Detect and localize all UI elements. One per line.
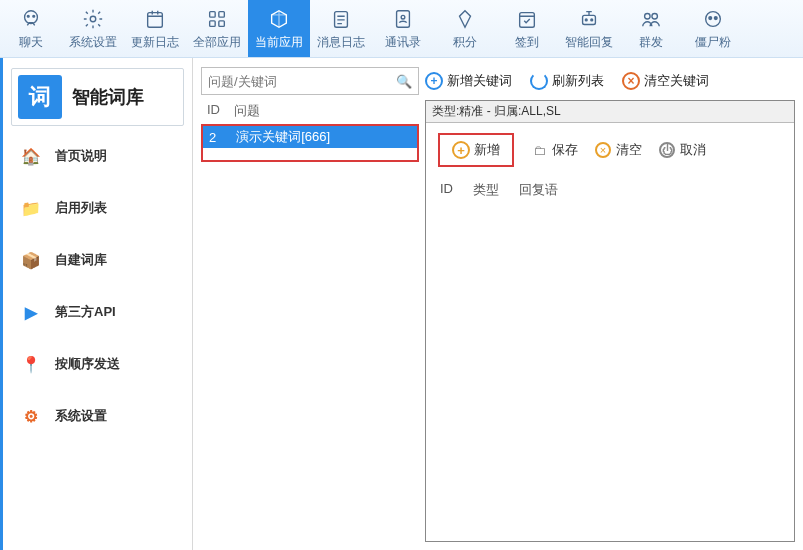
svg-rect-6 bbox=[219, 11, 225, 17]
clear-button[interactable]: ×清空 bbox=[594, 141, 642, 159]
clear-keyword-link[interactable]: ×清空关键词 bbox=[622, 72, 709, 90]
folder-icon: 🗀 bbox=[530, 141, 548, 159]
refresh-link[interactable]: 刷新列表 bbox=[530, 72, 604, 90]
svg-rect-13 bbox=[583, 15, 596, 24]
col-type: 类型 bbox=[473, 181, 499, 199]
main: 词 智能词库 🏠首页说明 📁启用列表 📦自建词库 ▶第三方API 📍按顺序发送 … bbox=[0, 58, 803, 550]
sidebar-item-label: 启用列表 bbox=[55, 199, 107, 217]
gear-icon bbox=[81, 7, 105, 31]
calendar-icon bbox=[143, 7, 167, 31]
svg-point-3 bbox=[90, 16, 96, 22]
svg-point-0 bbox=[25, 10, 38, 23]
grid-icon bbox=[205, 7, 229, 31]
cube-icon bbox=[267, 7, 291, 31]
nav-autoreply[interactable]: 智能回复 bbox=[558, 0, 620, 57]
nav-broadcast[interactable]: 群发 bbox=[620, 0, 682, 57]
svg-point-17 bbox=[652, 13, 658, 19]
svg-rect-12 bbox=[520, 12, 535, 27]
reply-list-header: ID 类型 回复语 bbox=[426, 177, 794, 203]
nav-chat[interactable]: 聊天 bbox=[0, 0, 62, 57]
users-icon bbox=[639, 7, 663, 31]
box-icon: 📦 bbox=[21, 250, 41, 270]
add-reply-button[interactable]: +新增 bbox=[438, 133, 514, 167]
plus-icon: + bbox=[425, 72, 443, 90]
search-input[interactable] bbox=[208, 74, 378, 89]
nav-msglog[interactable]: 消息日志 bbox=[310, 0, 372, 57]
sidebar-item-custom[interactable]: 📦自建词库 bbox=[11, 238, 184, 282]
plus-icon: + bbox=[452, 141, 470, 159]
pin-icon: 📍 bbox=[21, 354, 41, 374]
sidebar-item-api[interactable]: ▶第三方API bbox=[11, 290, 184, 334]
add-keyword-link[interactable]: +新增关键词 bbox=[425, 72, 512, 90]
top-nav: 聊天 系统设置 更新日志 全部应用 当前应用 消息日志 通讯录 积分 签到 智能… bbox=[0, 0, 803, 58]
nav-points[interactable]: 积分 bbox=[434, 0, 496, 57]
gear-icon: ⚙ bbox=[21, 406, 41, 426]
reply-column: +新增关键词 刷新列表 ×清空关键词 类型:精准 - 归属:ALL,SL +新增… bbox=[425, 66, 795, 542]
svg-point-20 bbox=[714, 16, 717, 19]
search-icon[interactable]: 🔍 bbox=[396, 74, 412, 89]
nav-current-app[interactable]: 当前应用 bbox=[248, 0, 310, 57]
col-id: ID bbox=[440, 181, 453, 199]
svg-rect-4 bbox=[148, 12, 163, 27]
sidebar-title: 智能词库 bbox=[72, 85, 144, 109]
sidebar-item-enabled[interactable]: 📁启用列表 bbox=[11, 186, 184, 230]
sidebar-badge: 词 bbox=[18, 75, 62, 119]
cancel-button[interactable]: ⏻取消 bbox=[658, 141, 706, 159]
sidebar-item-label: 自建词库 bbox=[55, 251, 107, 269]
reply-panel-header: 类型:精准 - 归属:ALL,SL bbox=[426, 101, 794, 123]
sidebar-item-sequence[interactable]: 📍按顺序发送 bbox=[11, 342, 184, 386]
content: 🔍 ID 问题 2 演示关键词[666] +新增关键词 刷新列表 ×清空关键词 bbox=[193, 58, 803, 550]
svg-point-11 bbox=[401, 15, 405, 19]
sidebar-item-label: 第三方API bbox=[55, 303, 116, 321]
calendar-check-icon bbox=[515, 7, 539, 31]
svg-point-2 bbox=[33, 15, 35, 17]
play-icon: ▶ bbox=[21, 302, 41, 322]
col-question: 问题 bbox=[234, 102, 260, 120]
sidebar-header: 词 智能词库 bbox=[11, 68, 184, 126]
nav-checkin[interactable]: 签到 bbox=[496, 0, 558, 57]
svg-point-14 bbox=[585, 19, 587, 21]
keyword-list-header: ID 问题 bbox=[201, 100, 419, 122]
row-id: 2 bbox=[209, 130, 216, 145]
keyword-row[interactable]: 2 演示关键词[666] bbox=[203, 126, 417, 148]
svg-rect-5 bbox=[210, 11, 216, 17]
reply-actions: +新增 🗀保存 ×清空 ⏻取消 bbox=[426, 123, 794, 177]
svg-rect-8 bbox=[219, 20, 225, 26]
clear-icon: × bbox=[622, 72, 640, 90]
row-question: 演示关键词[666] bbox=[236, 128, 330, 146]
nav-changelog[interactable]: 更新日志 bbox=[124, 0, 186, 57]
sidebar-item-home[interactable]: 🏠首页说明 bbox=[11, 134, 184, 178]
clear-icon: × bbox=[594, 141, 612, 159]
svg-point-19 bbox=[709, 16, 712, 19]
search-box[interactable]: 🔍 bbox=[201, 67, 419, 95]
nav-zombie[interactable]: 僵尸粉 bbox=[682, 0, 744, 57]
svg-point-1 bbox=[27, 15, 29, 17]
keyword-list-highlight: 2 演示关键词[666] bbox=[201, 124, 419, 162]
diamond-icon bbox=[453, 7, 477, 31]
reply-panel: 类型:精准 - 归属:ALL,SL +新增 🗀保存 ×清空 ⏻取消 ID 类型 … bbox=[425, 100, 795, 542]
sidebar-item-label: 首页说明 bbox=[55, 147, 107, 165]
robot-icon bbox=[577, 7, 601, 31]
book-icon bbox=[391, 7, 415, 31]
clipboard-icon bbox=[329, 7, 353, 31]
svg-point-15 bbox=[591, 19, 593, 21]
sidebar-item-label: 系统设置 bbox=[55, 407, 107, 425]
home-icon: 🏠 bbox=[21, 146, 41, 166]
svg-rect-7 bbox=[210, 20, 216, 26]
refresh-icon bbox=[530, 72, 548, 90]
sidebar: 词 智能词库 🏠首页说明 📁启用列表 📦自建词库 ▶第三方API 📍按顺序发送 … bbox=[3, 58, 193, 550]
save-button[interactable]: 🗀保存 bbox=[530, 141, 578, 159]
nav-contacts[interactable]: 通讯录 bbox=[372, 0, 434, 57]
col-reply: 回复语 bbox=[519, 181, 558, 199]
sidebar-item-settings[interactable]: ⚙系统设置 bbox=[11, 394, 184, 438]
nav-all-apps[interactable]: 全部应用 bbox=[186, 0, 248, 57]
power-icon: ⏻ bbox=[658, 141, 676, 159]
ghost-icon bbox=[701, 7, 725, 31]
keyword-column: 🔍 ID 问题 2 演示关键词[666] bbox=[201, 66, 419, 542]
chat-icon bbox=[19, 7, 43, 31]
nav-settings[interactable]: 系统设置 bbox=[62, 0, 124, 57]
svg-point-16 bbox=[645, 13, 651, 19]
col-id: ID bbox=[207, 102, 220, 120]
sidebar-item-label: 按顺序发送 bbox=[55, 355, 120, 373]
folder-icon: 📁 bbox=[21, 198, 41, 218]
